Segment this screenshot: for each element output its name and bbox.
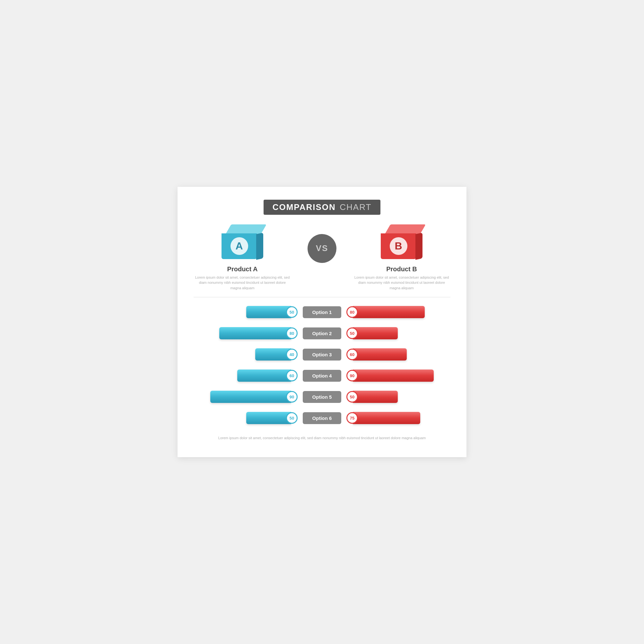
bar-right-side: 50: [353, 391, 450, 403]
option-label: Option 6: [303, 412, 341, 424]
red-badge: 50: [346, 327, 358, 339]
blue-badge: 90: [286, 391, 298, 403]
bar-row: 80 Option 2 50: [194, 325, 450, 342]
divider: [194, 297, 450, 297]
bar-left-side: 80: [194, 327, 291, 339]
blue-bar: 80: [219, 327, 291, 339]
red-badge: 90: [346, 370, 358, 381]
bar-row: 90 Option 5 50: [194, 388, 450, 405]
option-label: Option 5: [303, 391, 341, 403]
bar-row: 40 Option 3 60: [194, 346, 450, 363]
products-row: A Product A Lorem ipsum dolor sit amet, …: [194, 224, 450, 291]
bar-left-side: 50: [194, 412, 291, 424]
red-bar: 50: [353, 327, 398, 339]
option-label: Option 3: [303, 349, 341, 361]
red-badge: 80: [346, 306, 358, 318]
bar-right-side: 90: [353, 370, 450, 382]
bar-center: Option 3: [291, 349, 353, 361]
option-label: Option 2: [303, 327, 341, 339]
blue-badge: 40: [286, 349, 298, 360]
bar-center: Option 2: [291, 327, 353, 339]
red-bar: 80: [353, 306, 425, 318]
option-label: Option 1: [303, 306, 341, 318]
cube-b-letter: B: [390, 237, 407, 255]
title-comparison: COMPARISON: [273, 202, 336, 212]
product-a-desc: Lorem ipsum dolor sit amet, consectetuer…: [194, 275, 291, 291]
red-bar: 90: [353, 370, 434, 382]
bar-right-side: 60: [353, 348, 450, 361]
product-a-side: A Product A Lorem ipsum dolor sit amet, …: [194, 224, 291, 291]
bar-center: Option 6: [291, 412, 353, 424]
cube-b-wrapper: B: [353, 224, 450, 263]
bar-left-side: 90: [194, 391, 291, 403]
product-b-side: B Product B Lorem ipsum dolor sit amet, …: [353, 224, 450, 291]
red-bar: 60: [353, 348, 407, 361]
vs-circle: VS: [308, 234, 336, 263]
blue-bar: 50: [246, 412, 291, 424]
cube-a: A: [222, 224, 263, 263]
bar-row: 50 Option 6 75: [194, 410, 450, 426]
bar-center: Option 1: [291, 306, 353, 318]
title-area: COMPARISON CHART: [194, 200, 450, 215]
bar-right-side: 50: [353, 327, 450, 339]
blue-badge: 60: [286, 370, 298, 381]
bar-left-side: 40: [194, 348, 291, 361]
product-a-name: Product A: [194, 265, 291, 273]
red-bar: 75: [353, 412, 420, 424]
cube-a-wrapper: A: [194, 224, 291, 263]
comparison-chart-card: COMPARISON CHART A Product A Lorem ipsum…: [178, 187, 466, 457]
bars-section: 50 Option 1 80 80 Option 2: [194, 304, 450, 426]
option-label: Option 4: [303, 370, 341, 382]
vs-center: VS: [291, 224, 353, 263]
product-b-name: Product B: [353, 265, 450, 273]
cube-b-front: B: [381, 233, 416, 259]
cube-a-front: A: [222, 233, 257, 259]
blue-bar: 50: [246, 306, 291, 318]
bar-left-side: 50: [194, 306, 291, 318]
title-chart: CHART: [340, 202, 371, 212]
bar-right-side: 75: [353, 412, 450, 424]
title-box: COMPARISON CHART: [264, 200, 381, 215]
red-badge: 50: [346, 391, 358, 403]
blue-bar: 40: [255, 348, 291, 361]
bar-left-side: 60: [194, 370, 291, 382]
footer-text: Lorem ipsum dolor sit amet, consectetuer…: [194, 435, 450, 441]
red-badge: 75: [346, 412, 358, 424]
bar-center: Option 5: [291, 391, 353, 403]
blue-bar: 90: [210, 391, 291, 403]
bar-row: 50 Option 1 80: [194, 304, 450, 320]
cube-b: B: [381, 224, 422, 263]
red-bar: 50: [353, 391, 398, 403]
bar-right-side: 80: [353, 306, 450, 318]
bar-row: 60 Option 4 90: [194, 367, 450, 384]
blue-bar: 60: [237, 370, 291, 382]
cube-a-letter: A: [231, 237, 248, 255]
blue-badge: 50: [286, 306, 298, 318]
blue-badge: 50: [286, 412, 298, 424]
cube-a-right: [256, 233, 263, 260]
bar-center: Option 4: [291, 370, 353, 382]
product-b-desc: Lorem ipsum dolor sit amet, consectetuer…: [353, 275, 450, 291]
cube-b-right: [415, 233, 422, 260]
red-badge: 60: [346, 349, 358, 360]
blue-badge: 80: [286, 327, 298, 339]
